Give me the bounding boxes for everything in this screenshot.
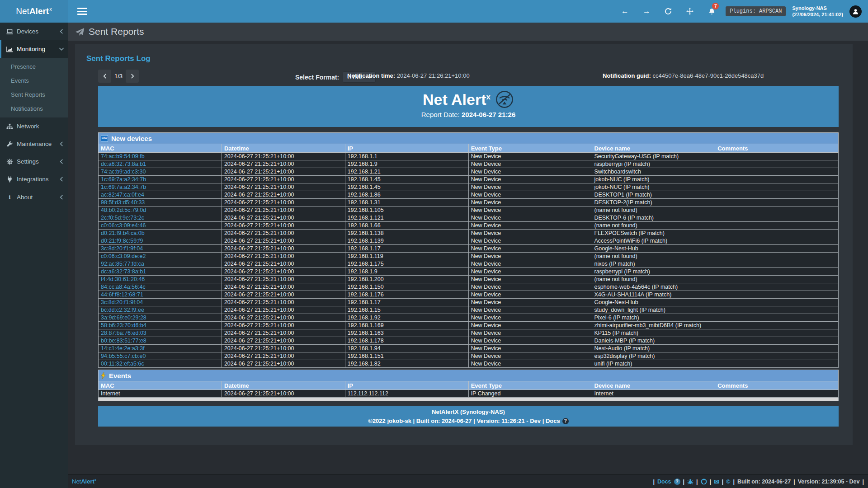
envelope-icon[interactable]: ✉ bbox=[714, 479, 719, 485]
sidebar-item-integrations[interactable]: Integrations bbox=[0, 170, 68, 188]
mac-cell[interactable]: d0:21:f9:b4:ca:0b bbox=[99, 230, 222, 237]
mac-cell[interactable]: d0:21:f9:8c:59:f9 bbox=[99, 237, 222, 245]
mac-cell[interactable]: 74:ac:b9:54:09:fb bbox=[99, 153, 222, 160]
question-circle-icon[interactable]: ? bbox=[674, 479, 680, 485]
ip-cell: 192.168.1.105 bbox=[345, 206, 468, 214]
table-row: 1c:69:7a:a2:34:7b2024-06-27 21:25:21+10:… bbox=[99, 183, 839, 191]
prev-page-button[interactable] bbox=[98, 70, 111, 83]
mac-cell[interactable]: c0:06:c3:09:e4:46 bbox=[99, 222, 222, 230]
mac-cell[interactable]: 44:6f:f8:12:68:71 bbox=[99, 291, 222, 299]
card-title: Sent Reports Log bbox=[75, 44, 853, 63]
mac-cell[interactable]: 14:c1:4e:2e:a3:3f bbox=[99, 345, 222, 352]
mac-cell[interactable]: b0:be:83:51:77:e8 bbox=[99, 337, 222, 345]
mac-cell[interactable]: 28:87:ba:76:ed:03 bbox=[99, 329, 222, 337]
mac-cell[interactable]: 3c:8d:20:f1:9f:04 bbox=[99, 245, 222, 253]
mac-cell[interactable]: 58:b6:23:70:d6:b4 bbox=[99, 322, 222, 329]
chevron-down-icon bbox=[59, 47, 64, 51]
app-logo[interactable]: NetAlertx bbox=[0, 0, 68, 23]
comments-cell bbox=[715, 360, 839, 368]
github-icon[interactable] bbox=[701, 479, 707, 485]
mac-cell[interactable]: 3a:9d:69:e0:29:28 bbox=[99, 314, 222, 322]
copyright-icon[interactable]: © bbox=[726, 479, 730, 485]
comments-cell bbox=[715, 253, 839, 260]
device-name-cell: study_down_light (IP match) bbox=[592, 306, 715, 314]
wrench-icon bbox=[6, 141, 13, 147]
mac-cell[interactable]: dc:a6:32:73:8a:b1 bbox=[99, 268, 222, 276]
page-title: Sent Reports bbox=[89, 26, 144, 37]
events-section-header: Events bbox=[99, 370, 839, 381]
event-type-cell: New Device bbox=[468, 314, 592, 322]
device-name-cell: SecurityGateway-USG (IP match) bbox=[592, 153, 715, 160]
docs-link[interactable]: Docs bbox=[657, 479, 671, 485]
forward-arrow-icon[interactable]: → bbox=[639, 4, 654, 19]
back-arrow-icon[interactable]: ← bbox=[617, 4, 632, 19]
report-footer-meta: ©2022 jokob-sk | Built on: 2024-06-27 | … bbox=[98, 418, 839, 424]
device-name-cell: Daniels-MBP (IP match) bbox=[592, 337, 715, 345]
sidebar-subitem-presence[interactable]: Presence bbox=[0, 60, 68, 74]
mac-cell[interactable]: 00:11:32:ef:a5:6c bbox=[99, 360, 222, 368]
report-brand: Net Alertx bbox=[98, 86, 839, 109]
refresh-icon[interactable] bbox=[660, 4, 676, 19]
mac-cell[interactable]: ac:82:47:ca:0f:e4 bbox=[99, 191, 222, 199]
mac-cell[interactable]: 1c:69:7a:a2:34:7b bbox=[99, 176, 222, 183]
notifications-bell-icon[interactable]: 7 bbox=[704, 4, 719, 19]
sidebar-item-monitoring[interactable]: Monitoring bbox=[0, 40, 68, 58]
report-preview: Net Alertx Report Date: 2024-06-27 21:26… bbox=[98, 86, 839, 427]
mac-cell[interactable]: 92:ac:85:77:fd:ca bbox=[99, 260, 222, 268]
next-page-button[interactable] bbox=[126, 70, 139, 83]
footer-brand[interactable]: NetAlertx bbox=[72, 478, 96, 485]
mac-cell[interactable]: 1c:69:7a:a2:34:7b bbox=[99, 183, 222, 191]
event-type-cell: New Device bbox=[468, 268, 592, 276]
sidebar: Devices Monitoring Presence Events Sent … bbox=[0, 23, 68, 488]
built-on-text: Built on: 2024-06-27 bbox=[737, 479, 791, 485]
move-arrows-icon[interactable] bbox=[682, 4, 698, 19]
comments-cell bbox=[715, 314, 839, 322]
sidebar-item-about[interactable]: i About bbox=[0, 188, 68, 206]
version-text: Version: 21:39:05 - Dev bbox=[798, 479, 860, 485]
mac-cell[interactable]: 3c:8d:20:f1:9f:04 bbox=[99, 299, 222, 306]
mac-cell[interactable]: 98:5f:d3:d5:40:33 bbox=[99, 199, 222, 206]
status-bar: NetAlertx | Docs ? | | | ✉ | © | Built o… bbox=[68, 474, 868, 488]
sidebar-subitem-events[interactable]: Events bbox=[0, 74, 68, 88]
top-navbar: NetAlertx ← → 7 Plugins: ARPSCAN Synolog… bbox=[0, 0, 868, 23]
mac-cell[interactable]: 74:ac:b9:ad:c3:30 bbox=[99, 168, 222, 176]
ip-cell: 192.168.1.178 bbox=[345, 337, 468, 345]
mac-cell[interactable]: 2c:f0:5d:9e:73:2c bbox=[99, 214, 222, 222]
ip-cell: 192.168.1.86 bbox=[345, 191, 468, 199]
empty-row bbox=[99, 398, 839, 401]
sidebar-item-network[interactable]: Network bbox=[0, 117, 68, 135]
bug-icon[interactable] bbox=[687, 479, 693, 485]
monitoring-submenu: Presence Events Sent Reports Notificatio… bbox=[0, 58, 68, 117]
comments-cell bbox=[715, 237, 839, 245]
device-name-cell: jokob-NUC (IP match) bbox=[592, 183, 715, 191]
new-devices-table: NEW New devices MAC Datetime IP Event Ty… bbox=[98, 132, 839, 368]
sidebar-subitem-sent-reports[interactable]: Sent Reports bbox=[0, 88, 68, 102]
sidebar-toggle-button[interactable] bbox=[77, 8, 87, 15]
sidebar-item-settings[interactable]: Settings bbox=[0, 153, 68, 170]
sidebar-item-devices[interactable]: Devices bbox=[0, 23, 68, 40]
sidebar-item-maintenance[interactable]: Maintenance bbox=[0, 135, 68, 153]
event-type-cell: New Device bbox=[468, 222, 592, 230]
sidebar-subitem-notifications[interactable]: Notifications bbox=[0, 102, 68, 116]
sidebar-item-label: Integrations bbox=[17, 176, 56, 183]
mac-cell[interactable]: f4:4d:30:61:20:46 bbox=[99, 276, 222, 283]
datetime-cell: 2024-06-27 21:25:21+10:00 bbox=[222, 237, 345, 245]
mac-cell[interactable]: 94:b5:55:c7:cb:e0 bbox=[99, 352, 222, 360]
comments-cell bbox=[715, 390, 839, 398]
laptop-icon bbox=[6, 28, 13, 35]
user-avatar[interactable] bbox=[849, 5, 862, 18]
chevron-right-icon bbox=[131, 74, 134, 79]
table-header-row: MAC Datetime IP Event Type Device name C… bbox=[99, 144, 839, 153]
event-type-cell: New Device bbox=[468, 352, 592, 360]
table-row: 44:6f:f8:12:68:712024-06-27 21:25:21+10:… bbox=[99, 291, 839, 299]
mac-cell[interactable]: bc:dd:c2:32:f9:ee bbox=[99, 306, 222, 314]
table-row: Internet2024-06-27 21:25:21+10:00112.112… bbox=[99, 390, 839, 398]
mac-cell[interactable]: 84:cc:a8:4a:56:4c bbox=[99, 283, 222, 291]
event-type-cell: New Device bbox=[468, 176, 592, 183]
mac-cell[interactable]: 48:b0:2d:5c:79:0d bbox=[99, 206, 222, 214]
datetime-cell: 2024-06-27 21:25:21+10:00 bbox=[222, 191, 345, 199]
event-type-cell: New Device bbox=[468, 153, 592, 160]
mac-cell[interactable]: c0:06:c3:09:de:e2 bbox=[99, 253, 222, 260]
mac-cell[interactable]: dc:a6:32:73:8a:b1 bbox=[99, 160, 222, 168]
info-icon: i bbox=[6, 193, 13, 201]
